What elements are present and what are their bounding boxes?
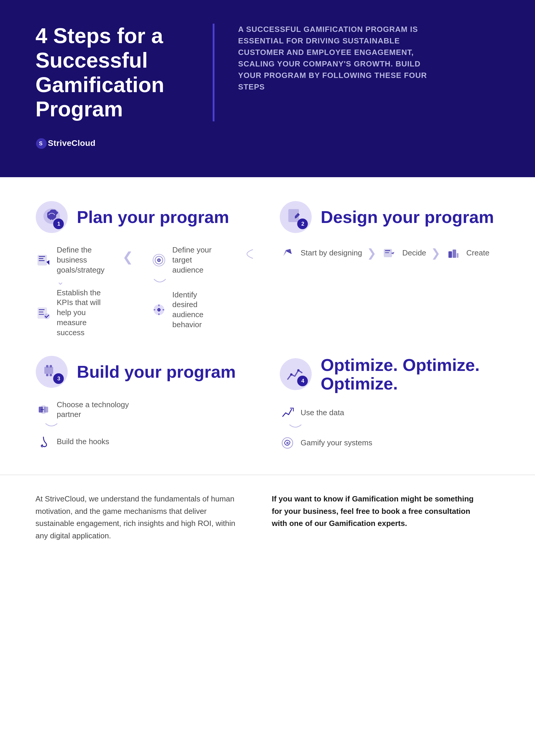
- pencil-icon: [279, 245, 296, 261]
- steps-34-row: 3 Build your program Choose a techn: [36, 356, 499, 451]
- svg-rect-37: [457, 253, 459, 258]
- arrow-down-4: [287, 423, 500, 433]
- step-4-title: Optimize. Optimize. Optimize.: [321, 356, 500, 393]
- svg-rect-24: [154, 309, 155, 310]
- step-2-items: Start by designing ❯ Decide ❯: [279, 245, 500, 261]
- svg-rect-8: [39, 256, 45, 257]
- svg-rect-39: [44, 367, 53, 374]
- logo: S StriveCloud: [36, 141, 100, 153]
- footer-left-text: At StriveCloud, we understand the fundam…: [36, 493, 242, 542]
- step-4-header: 4 Optimize. Optimize. Optimize.: [279, 356, 500, 393]
- footer-right-bold: If you want to know if Gamification migh…: [272, 494, 473, 528]
- svg-rect-43: [50, 374, 52, 376]
- step-1-item-3-text: Define your target audience: [172, 245, 220, 275]
- arrow-right-1: ❯: [367, 247, 376, 259]
- step-1-icon: 1: [36, 201, 68, 233]
- tech-partner-icon: [36, 402, 51, 418]
- svg-rect-25: [162, 309, 164, 310]
- steps-12-row: 1 Plan your program: [36, 201, 499, 338]
- header-divider: [213, 24, 214, 122]
- step-2-item-3-text: Create: [466, 248, 490, 258]
- step-2-item-2: Decide: [381, 245, 426, 261]
- step-1-item-1-text: Define the business goals/strategy: [57, 245, 104, 275]
- svg-rect-9: [39, 258, 43, 259]
- step-3-icon: 3: [36, 356, 68, 388]
- step-1-item-1: Define the business goals/strategy: [36, 245, 104, 275]
- step-3-item-1-text: Choose a technology partner: [57, 400, 139, 420]
- step-4-item-1: Use the data: [279, 405, 500, 421]
- step-1-section: 1 Plan your program: [36, 201, 256, 338]
- svg-point-51: [290, 373, 293, 376]
- step-1-item-2-text: Establish the KPIs that will help you me…: [57, 288, 104, 338]
- goals-icon: [36, 252, 51, 268]
- target-icon: [151, 252, 167, 268]
- svg-text:1: 1: [57, 221, 60, 227]
- svg-rect-42: [46, 374, 48, 376]
- logo-icon: S StriveCloud: [36, 136, 100, 151]
- svg-text:2: 2: [301, 221, 304, 227]
- arrow-down-1: ⌄: [57, 276, 104, 287]
- step-2-item-1: Start by designing: [279, 245, 362, 261]
- step-1-item-4-text: Identify desired audience behavior: [172, 290, 220, 330]
- step-2-item-2-text: Decide: [402, 248, 426, 258]
- arrow-down-3: [42, 422, 256, 431]
- step-4-icon: 4: [279, 358, 312, 391]
- step-1-items: Define the business goals/strategy ⌄: [36, 245, 256, 338]
- step-3-item-2-text: Build the hooks: [57, 437, 109, 447]
- arrow-right-2: ❯: [431, 247, 440, 259]
- chevron-left: ❯: [122, 249, 133, 264]
- decide-icon: [381, 245, 397, 261]
- right-curve: [238, 248, 256, 261]
- step-1-header: 1 Plan your program: [36, 201, 256, 233]
- left-arrow: ❯: [122, 249, 133, 264]
- step-4-items: Use the data Gamify your s: [279, 405, 500, 451]
- footer-right-text: If you want to know if Gamification migh…: [272, 493, 479, 530]
- svg-point-56: [286, 442, 289, 444]
- svg-rect-34: [385, 252, 389, 253]
- header: 4 Steps for a Successful Gamification Pr…: [0, 0, 535, 177]
- step-3-item-2: Build the hooks: [36, 434, 256, 450]
- behavior-icon: [151, 302, 167, 318]
- step-2-header: 2 Design your program: [279, 201, 500, 233]
- step-4-item-2-text: Gamify your systems: [301, 438, 373, 448]
- gamify-icon: [279, 435, 296, 451]
- create-icon: [445, 245, 461, 261]
- step-1-title: Plan your program: [77, 208, 229, 227]
- svg-rect-13: [39, 311, 43, 312]
- logo-area: S StriveCloud: [36, 136, 499, 153]
- svg-rect-23: [158, 313, 159, 315]
- step-1-right-items: Define your target audience: [151, 245, 220, 330]
- step-2-title: Design your program: [321, 208, 494, 227]
- footer: At StriveCloud, we understand the fundam…: [0, 474, 535, 560]
- header-subtitle: A SUCCESSFUL GAMIFICATION PROGRAM IS ESS…: [238, 24, 445, 93]
- step-1-item-3: Define your target audience: [151, 245, 220, 275]
- kpi-icon: [36, 305, 51, 321]
- step-2-icon: 2: [279, 201, 312, 233]
- step-3-title: Build your program: [77, 362, 236, 381]
- step-2-item-3: Create: [445, 245, 490, 261]
- svg-text:S: S: [39, 141, 42, 147]
- svg-rect-22: [158, 305, 159, 306]
- svg-text:4: 4: [301, 378, 304, 384]
- svg-rect-41: [50, 365, 52, 367]
- svg-text:StriveCloud: StriveCloud: [48, 139, 96, 148]
- step-3-item-1: Choose a technology partner: [36, 400, 256, 420]
- svg-rect-14: [39, 314, 44, 315]
- header-top: 4 Steps for a Successful Gamification Pr…: [36, 24, 499, 122]
- svg-rect-10: [39, 260, 44, 261]
- step-3-header: 3 Build your program: [36, 356, 256, 388]
- step-1-left-items: Define the business goals/strategy ⌄: [36, 245, 104, 338]
- step-4-item-2: Gamify your systems: [279, 435, 500, 451]
- svg-rect-36: [453, 250, 456, 258]
- page-title: 4 Steps for a Successful Gamification Pr…: [36, 24, 189, 122]
- arrow-down-2: [151, 278, 220, 288]
- svg-text:3: 3: [57, 376, 60, 382]
- step-1-item-4: Identify desired audience behavior: [151, 290, 220, 330]
- step-4-section: 4 Optimize. Optimize. Optimize. Use the …: [279, 356, 500, 451]
- main-content: 1 Plan your program: [0, 177, 535, 474]
- hooks-icon: [36, 434, 51, 450]
- step-4-item-1-text: Use the data: [301, 408, 344, 418]
- data-icon: [279, 405, 296, 421]
- svg-point-19: [158, 259, 159, 261]
- step-1-item-2: Establish the KPIs that will help you me…: [36, 288, 104, 338]
